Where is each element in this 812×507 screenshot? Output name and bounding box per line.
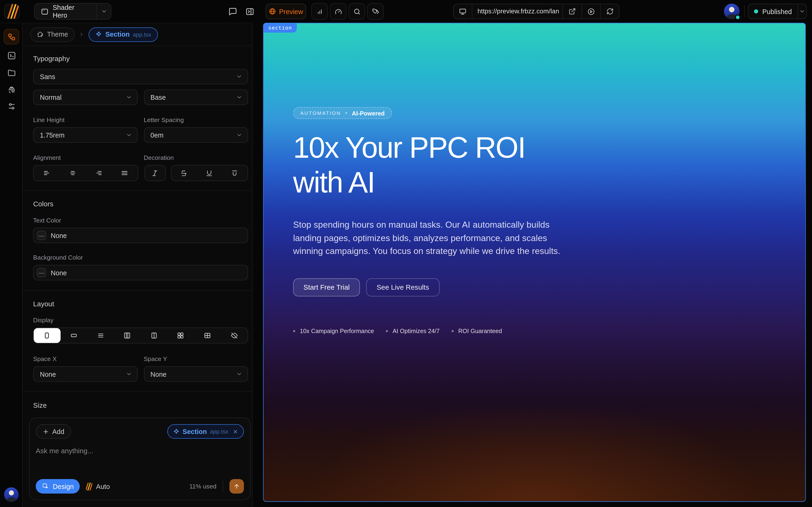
context-chip-section[interactable]: Section app.tsx bbox=[167, 424, 244, 439]
publish-menu-chevron[interactable] bbox=[798, 4, 806, 19]
align-right-icon bbox=[95, 169, 102, 177]
external-link-icon bbox=[569, 8, 576, 15]
usage-label: 11% used bbox=[189, 483, 217, 490]
add-context-button[interactable]: Add bbox=[36, 424, 71, 439]
strikethrough-button[interactable] bbox=[171, 165, 196, 180]
analytics-button[interactable] bbox=[311, 3, 328, 20]
overline-button[interactable] bbox=[222, 165, 247, 180]
font-size-select[interactable]: Base bbox=[144, 90, 248, 105]
chat-separator bbox=[223, 481, 223, 492]
line-height-select[interactable]: 1.75rem bbox=[33, 127, 138, 143]
alignment-group bbox=[33, 165, 138, 181]
toggle-right-panel-button[interactable] bbox=[243, 5, 256, 17]
breadcrumb-section-file: app.tsx bbox=[133, 31, 151, 37]
decoration-buttons bbox=[170, 165, 248, 181]
bullet-dot-icon bbox=[386, 330, 388, 332]
columns-3-icon bbox=[123, 332, 131, 339]
preview-label: Preview bbox=[279, 7, 303, 15]
url-input[interactable]: https://preview.frbzz.com/lan bbox=[472, 4, 563, 19]
space-y-select[interactable]: None bbox=[144, 366, 248, 382]
refresh-button[interactable] bbox=[600, 4, 619, 19]
search-button[interactable] bbox=[348, 3, 365, 20]
font-weight-select[interactable]: Normal bbox=[33, 90, 138, 105]
align-center-button[interactable] bbox=[60, 165, 86, 180]
letter-spacing-label: Letter Spacing bbox=[144, 116, 248, 124]
rail-item-files[interactable] bbox=[4, 65, 19, 80]
fingerprint-icon bbox=[7, 85, 16, 94]
space-y-label: Space Y bbox=[144, 355, 248, 363]
project-switcher-button[interactable]: Shader Hero bbox=[34, 3, 111, 20]
underline-button[interactable] bbox=[197, 165, 222, 180]
plus-icon bbox=[43, 428, 49, 435]
app-window-icon bbox=[41, 7, 48, 15]
bullet-dot-icon bbox=[293, 330, 295, 332]
performance-button[interactable] bbox=[330, 3, 347, 20]
display-inline-button[interactable] bbox=[60, 328, 87, 343]
hero-bullets: 10x Campaign Performance AI Optimizes 24… bbox=[293, 328, 614, 334]
send-button[interactable] bbox=[229, 479, 244, 494]
breadcrumb: Theme Section app.tsx bbox=[23, 23, 252, 46]
background-color-input[interactable]: — None bbox=[33, 265, 248, 280]
align-left-button[interactable] bbox=[34, 165, 59, 180]
published-dot-icon bbox=[754, 9, 758, 14]
italic-icon bbox=[151, 169, 159, 177]
app-logo[interactable] bbox=[4, 3, 20, 19]
chip-close-button[interactable] bbox=[233, 429, 238, 434]
font-family-select[interactable]: Sans bbox=[33, 69, 248, 84]
user-avatar[interactable] bbox=[724, 3, 740, 19]
rail-item-settings[interactable] bbox=[4, 98, 19, 114]
layout-heading: Layout bbox=[33, 300, 248, 308]
badge-category: AUTOMATION bbox=[300, 110, 341, 116]
rail-item-identity[interactable] bbox=[4, 82, 19, 97]
close-icon bbox=[233, 429, 238, 434]
decoration-group bbox=[144, 165, 248, 181]
display-table-button[interactable] bbox=[194, 328, 221, 343]
bullet-item: 10x Campaign Performance bbox=[293, 328, 374, 334]
size-heading: Size bbox=[33, 401, 248, 410]
comments-button[interactable] bbox=[226, 5, 239, 17]
publish-status-button[interactable]: Published bbox=[748, 3, 807, 19]
display-columns-button[interactable] bbox=[141, 328, 167, 343]
letter-spacing-select[interactable]: 0em bbox=[144, 127, 248, 143]
see-live-results-button[interactable]: See Live Results bbox=[366, 278, 439, 296]
text-color-input[interactable]: — None bbox=[33, 228, 248, 243]
tags-button[interactable] bbox=[367, 3, 384, 20]
breadcrumb-theme[interactable]: Theme bbox=[30, 27, 75, 42]
settings-sliders-icon bbox=[7, 102, 16, 110]
run-preview-button[interactable] bbox=[581, 4, 600, 19]
display-hidden-button[interactable] bbox=[221, 328, 248, 343]
breadcrumb-section[interactable]: Section app.tsx bbox=[89, 27, 158, 42]
space-x-select[interactable]: None bbox=[33, 366, 138, 382]
chat-input[interactable]: Ask me anything... bbox=[36, 447, 244, 455]
align-justify-button[interactable] bbox=[112, 165, 138, 180]
bullet-item: AI Optimizes 24/7 bbox=[386, 328, 440, 334]
rail-item-terminal[interactable] bbox=[4, 48, 19, 63]
align-right-button[interactable] bbox=[86, 165, 111, 180]
preview-button[interactable]: Preview bbox=[266, 3, 306, 19]
rail-user-avatar[interactable] bbox=[4, 487, 19, 502]
tags-icon bbox=[371, 7, 379, 15]
selected-element-tag: section bbox=[264, 23, 297, 33]
open-external-button[interactable] bbox=[563, 4, 581, 19]
display-flex-row-button[interactable] bbox=[114, 328, 141, 343]
chevron-down-icon bbox=[125, 371, 132, 377]
inspector-content: Typography Sans Normal Base Line Height … bbox=[23, 46, 252, 417]
chevron-down-icon bbox=[236, 132, 242, 138]
table-icon bbox=[203, 332, 211, 339]
auto-mode-button[interactable]: Auto bbox=[86, 482, 110, 490]
device-desktop-button[interactable] bbox=[454, 4, 472, 19]
avatar-photo bbox=[4, 487, 19, 502]
monitor-icon bbox=[459, 7, 467, 15]
ai-chat-card: Add Section app.tsx Ask me anything... bbox=[29, 417, 250, 500]
hero-badge: AUTOMATION AI-Powered bbox=[293, 107, 392, 119]
preview-canvas[interactable]: section AUTOMATION AI-Powered 10x Your P… bbox=[263, 23, 806, 502]
start-free-trial-button[interactable]: Start Free Trial bbox=[293, 278, 360, 296]
display-grid-button[interactable] bbox=[167, 328, 194, 343]
project-menu-chevron[interactable] bbox=[96, 3, 111, 19]
display-flex-column-button[interactable] bbox=[87, 328, 114, 343]
display-toggle-group bbox=[33, 327, 248, 343]
italic-button[interactable] bbox=[144, 165, 165, 181]
rail-item-components[interactable] bbox=[4, 29, 19, 44]
display-block-button[interactable] bbox=[34, 328, 60, 343]
design-mode-button[interactable]: Design bbox=[36, 479, 80, 494]
